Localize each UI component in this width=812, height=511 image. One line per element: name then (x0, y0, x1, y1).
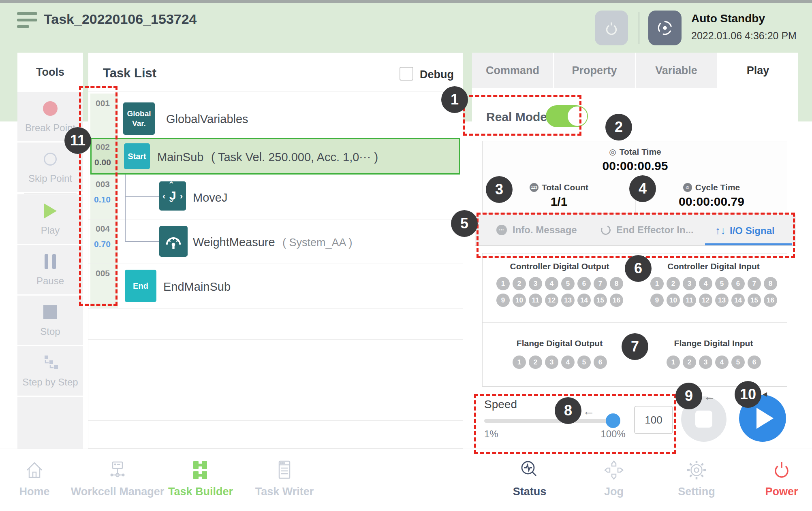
io-dot-9: 9 (496, 294, 510, 307)
io-dot-11: 11 (529, 294, 542, 307)
callout-4: 4 (629, 175, 656, 202)
io-dot-5: 5 (731, 356, 745, 369)
io-dot-7: 7 (594, 277, 607, 290)
total-time-icon: ◎ (609, 147, 616, 157)
tab-variable[interactable]: Variable (636, 53, 717, 88)
highlight-box-subtabs (477, 213, 795, 258)
global-var-icon: Global Var. (123, 102, 155, 135)
io-dot-1: 1 (496, 277, 510, 290)
callout-1: 1 (441, 86, 468, 113)
task-list-panel: Task List Debug 001 Global Var. GlobalVa… (88, 53, 463, 449)
io-dot-15: 15 (748, 294, 761, 307)
io-dot-1: 1 (513, 356, 526, 369)
play-triangle-icon (756, 408, 774, 429)
task-row[interactable]: WeightMeasure ( System_AA ) (193, 236, 353, 249)
task-row[interactable]: MoveJ (193, 191, 227, 204)
nav-setting[interactable]: Setting (648, 456, 745, 498)
io-dot-16: 16 (610, 294, 623, 307)
stop-square-icon (695, 411, 712, 428)
nav-task-builder[interactable]: Task Builder (152, 456, 249, 498)
gripper-icon (602, 19, 621, 37)
setting-icon (685, 459, 708, 481)
io-dot-6: 6 (594, 356, 607, 369)
controller-output-label: Controller Digital Output (499, 262, 620, 271)
io-dot-4: 4 (545, 277, 558, 290)
tools-panel: Tools Break Point Skip Point Play Pause … (17, 53, 83, 449)
io-dot-12: 12 (699, 294, 712, 307)
callout-6: 6 (625, 255, 652, 282)
tree-connector (125, 196, 159, 197)
pause-tool-button[interactable]: Pause (17, 245, 83, 294)
io-dot-4: 4 (699, 277, 712, 290)
io-dot-4: 4 (561, 356, 575, 369)
nav-task-writer[interactable]: Task Writer (236, 456, 333, 498)
flange-input-label: Flange Digital Input (653, 339, 774, 348)
weight-measure-icon (159, 226, 188, 257)
io-dot-9: 9 (650, 294, 664, 307)
io-dot-5: 5 (561, 277, 575, 290)
highlight-box-line-numbers (79, 86, 118, 306)
menu-icon[interactable] (17, 12, 37, 32)
page-title: Task_20220106_153724 (44, 11, 197, 27)
step-by-step-button[interactable]: Step by Step (17, 346, 83, 396)
total-time-label-row: ◎ Total Time (483, 147, 788, 157)
io-dot-3: 3 (699, 356, 712, 369)
tab-play[interactable]: Play (718, 53, 798, 88)
flange-output-label: Flange Digital Output (499, 339, 620, 348)
total-count-icon: 123 (530, 183, 538, 192)
tools-title: Tools (17, 53, 83, 92)
io-dot-5: 5 (715, 277, 729, 290)
task-writer-icon (273, 459, 296, 481)
break-point-icon (43, 101, 58, 116)
play-tool-button[interactable]: Play (17, 194, 83, 244)
callout-8: 8 (555, 397, 581, 424)
home-icon (23, 459, 46, 481)
stop-tool-button[interactable]: Stop (17, 296, 83, 345)
task-builder-icon (189, 459, 212, 481)
nav-workcell-manager[interactable]: Workcell Manager (69, 456, 166, 498)
callout-10: 10 (735, 381, 761, 408)
io-dot-1: 1 (650, 277, 664, 290)
io-dot-1: 1 (667, 356, 680, 369)
total-time-value: 00:00:00.95 (483, 159, 788, 173)
robot-mode-status: Auto Standby (691, 12, 765, 25)
controller-input-label: Controller Digital Input (653, 262, 774, 271)
workcell-manager-icon (106, 459, 129, 481)
io-dot-4: 4 (715, 356, 729, 369)
io-dot-6: 6 (748, 356, 761, 369)
nav-power[interactable]: Power (733, 456, 812, 498)
nav-status[interactable]: Status (481, 456, 578, 498)
callout-3: 3 (486, 176, 513, 203)
io-dot-13: 13 (561, 294, 575, 307)
tab-property[interactable]: Property (554, 53, 635, 88)
debug-label: Debug (420, 68, 454, 81)
bottom-navigation: Home Workcell Manager Task Builder Task … (0, 449, 812, 511)
callout-8-arrow: ← (583, 404, 595, 418)
callout-10-arrow: ◂ (763, 389, 767, 399)
debug-checkbox[interactable] (400, 67, 413, 81)
end-effector-button[interactable] (595, 11, 628, 45)
task-row[interactable]: GlobalVariables (166, 113, 248, 126)
io-dot-2: 2 (683, 356, 696, 369)
swirl-icon (656, 19, 674, 37)
robot-state-button[interactable] (648, 11, 682, 45)
controller-input-dots: 12345678910111213141516 (650, 277, 777, 307)
play-icon (44, 203, 57, 219)
highlight-box-real-mode (463, 95, 581, 136)
io-dot-15: 15 (594, 294, 607, 307)
io-dot-3: 3 (545, 356, 558, 369)
callout-11: 11 (64, 127, 91, 154)
tab-command[interactable]: Command (472, 53, 553, 88)
callout-9: 9 (675, 383, 702, 409)
task-row[interactable]: EndMainSub (163, 280, 231, 294)
io-dot-11: 11 (683, 294, 696, 307)
io-dot-3: 3 (529, 277, 542, 290)
cycle-time-icon: @ (683, 183, 692, 192)
io-dot-5: 5 (577, 356, 591, 369)
io-dot-16: 16 (764, 294, 777, 307)
io-dot-14: 14 (731, 294, 745, 307)
callout-5: 5 (451, 210, 478, 237)
io-dot-7: 7 (748, 277, 761, 290)
jog-icon (603, 459, 625, 481)
task-row[interactable]: MainSub ( Task Vel. 250.000, Acc. 1,0⋯ ) (157, 150, 378, 164)
